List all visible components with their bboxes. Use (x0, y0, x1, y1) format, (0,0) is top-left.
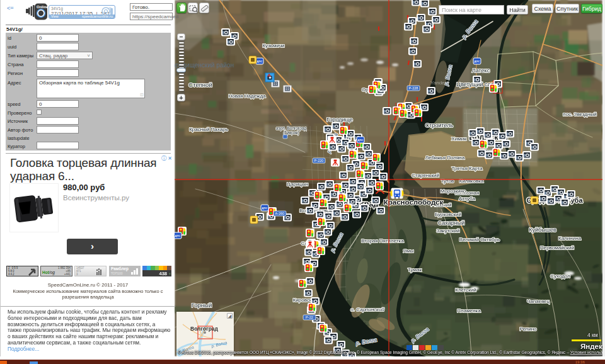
svg-text:Клетский: Клетский (455, 287, 476, 293)
svg-text:Куйбышев: Куйбышев (529, 227, 556, 233)
svg-text:Закутский: Закутский (437, 228, 460, 234)
svg-text:Степной: Степной (188, 81, 212, 88)
svg-text:Городище: Городище (326, 117, 353, 123)
svg-text:Старенький: Старенький (412, 173, 439, 178)
svg-text:Новая Надежда: Новая Надежда (228, 93, 266, 99)
svg-text:Краснослободск: Краснослободск (384, 198, 444, 206)
svg-text:Online: Online (37, 5, 47, 9)
svg-text:Красный Пахарь: Красный Пахарь (189, 127, 228, 132)
svg-text:Кузьмичи: Кузьмичи (262, 43, 284, 48)
svg-text:Репино: Репино (519, 326, 537, 332)
svg-text:Бурковский: Бурковский (435, 212, 461, 217)
svg-text:Волгоград: Волгоград (190, 326, 219, 332)
svg-text:Лебяжья Поляна: Лебяжья Поляна (425, 155, 465, 161)
svg-text:Чапаевец: Чапаевец (527, 299, 550, 304)
svg-text:Суходол: Суходол (550, 273, 570, 279)
svg-text:Латекс: Латекс (472, 67, 490, 74)
svg-text:А-260: А-260 (275, 212, 285, 215)
svg-text:Химик: Химик (451, 136, 466, 142)
svg-text:Вторая Пятилетка: Вторая Пятилетка (361, 238, 404, 244)
svg-text:Первомайский: Первомайский (540, 245, 574, 251)
svg-text:Горный: Горный (192, 302, 212, 309)
svg-text:Царицын: Царицын (287, 181, 308, 187)
svg-text:р. Волга: р. Волга (210, 340, 228, 349)
svg-text:Р-22: Р-22 (306, 316, 313, 319)
svg-text:Строитель: Строитель (425, 122, 454, 128)
svg-text:Калинина: Калинина (558, 236, 582, 241)
svg-text:Сахарный: Сахарный (438, 220, 464, 226)
svg-text:Ямы: Ямы (403, 248, 413, 254)
svg-text:Пламенка: Пламенка (457, 308, 481, 314)
svg-text:Ахтуба: Ахтуба (459, 196, 475, 202)
svg-text:о. Сарпинский: о. Сарпинский (350, 307, 384, 312)
svg-text:Третья Карта: Третья Карта (452, 166, 483, 171)
svg-text:пос. Звездный: пос. Звездный (563, 111, 596, 117)
svg-text:Морозкино: Морозкино (441, 188, 466, 194)
svg-text:Р-220: Р-220 (314, 159, 324, 162)
svg-text:Р-228: Р-228 (409, 86, 418, 90)
svg-text:Великий Октябрь: Великий Октябрь (459, 237, 500, 242)
svg-text:Тумак: Тумак (408, 267, 422, 273)
